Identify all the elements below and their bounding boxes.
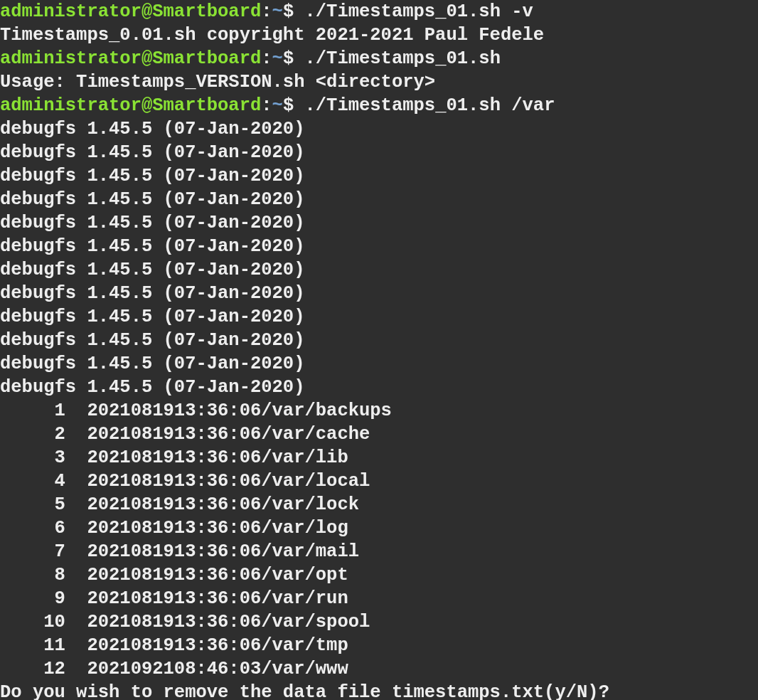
- prompt-path: ~: [272, 1, 283, 22]
- debugfs-line: debugfs 1.45.5 (07-Jan-2020): [0, 142, 304, 163]
- prompt-sep: :: [261, 48, 272, 69]
- listing-line: 1 2021081913:36:06/var/backups: [0, 401, 392, 421]
- prompt-dollar: $: [283, 1, 305, 22]
- debugfs-line: debugfs 1.45.5 (07-Jan-2020): [0, 330, 304, 351]
- terminal-window[interactable]: administrator@Smartboard:~$ ./Timestamps…: [0, 0, 758, 700]
- prompt-path: ~: [272, 95, 283, 116]
- prompt-user-host: administrator@Smartboard: [0, 48, 261, 69]
- listing-line: 9 2021081913:36:06/var/run: [0, 588, 348, 609]
- output-usage: Usage: Timestamps_VERSION.sh <directory>: [0, 72, 435, 92]
- debugfs-line: debugfs 1.45.5 (07-Jan-2020): [0, 307, 304, 327]
- command-2: ./Timestamps_01.sh: [305, 48, 501, 69]
- prompt-sep: :: [261, 1, 272, 22]
- debugfs-line: debugfs 1.45.5 (07-Jan-2020): [0, 236, 304, 257]
- prompt-user-host: administrator@Smartboard: [0, 95, 261, 116]
- listing-line: 3 2021081913:36:06/var/lib: [0, 447, 348, 468]
- debugfs-line: debugfs 1.45.5 (07-Jan-2020): [0, 119, 304, 139]
- listing-line: 12 2021092108:46:03/var/www: [0, 659, 348, 679]
- debugfs-line: debugfs 1.45.5 (07-Jan-2020): [0, 166, 304, 186]
- prompt-path: ~: [272, 48, 283, 69]
- listing-line: 5 2021081913:36:06/var/lock: [0, 494, 359, 515]
- prompt-dollar: $: [283, 95, 305, 116]
- command-3: ./Timestamps_01.sh /var: [305, 95, 555, 116]
- output-version: Timestamps_0.01.sh copyright 2021-2021 P…: [0, 25, 544, 46]
- debugfs-line: debugfs 1.45.5 (07-Jan-2020): [0, 354, 304, 374]
- listing-line: 6 2021081913:36:06/var/log: [0, 518, 348, 539]
- prompt-dollar: $: [283, 48, 305, 69]
- debugfs-line: debugfs 1.45.5 (07-Jan-2020): [0, 213, 304, 233]
- confirm-prompt[interactable]: Do you wish to remove the data file time…: [0, 682, 609, 700]
- debugfs-line: debugfs 1.45.5 (07-Jan-2020): [0, 283, 304, 304]
- prompt-sep: :: [261, 95, 272, 116]
- listing-line: 2 2021081913:36:06/var/cache: [0, 424, 370, 445]
- prompt-user-host: administrator@Smartboard: [0, 1, 261, 22]
- listing-line: 8 2021081913:36:06/var/opt: [0, 565, 348, 585]
- listing-line: 10 2021081913:36:06/var/spool: [0, 612, 370, 632]
- listing-line: 4 2021081913:36:06/var/local: [0, 471, 370, 492]
- listing-line: 11 2021081913:36:06/var/tmp: [0, 635, 348, 656]
- command-1: ./Timestamps_01.sh -v: [305, 1, 533, 22]
- debugfs-line: debugfs 1.45.5 (07-Jan-2020): [0, 377, 304, 398]
- listing-line: 7 2021081913:36:06/var/mail: [0, 541, 359, 562]
- debugfs-line: debugfs 1.45.5 (07-Jan-2020): [0, 189, 304, 210]
- debugfs-line: debugfs 1.45.5 (07-Jan-2020): [0, 260, 304, 280]
